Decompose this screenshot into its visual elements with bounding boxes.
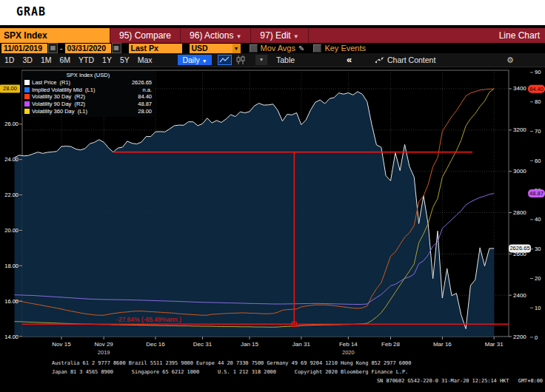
mov-avgs-label: Mov Avgs xyxy=(261,44,296,53)
period-button-1d[interactable]: 1D xyxy=(4,55,14,64)
legend-row[interactable]: Implied Volatility Mid (L1) n.a. xyxy=(24,87,152,94)
svg-text:10: 10 xyxy=(535,305,541,311)
footer-contact-line: Australia 61 2 9777 8600 Brazil 5511 239… xyxy=(52,360,411,366)
frequency-dropdown[interactable]: Daily ▼ xyxy=(178,55,212,65)
candle-chart-icon[interactable] xyxy=(235,55,247,65)
security-input[interactable]: SPX Index xyxy=(0,28,110,43)
collapse-panel-button[interactable]: « xyxy=(347,53,352,66)
svg-text:60: 60 xyxy=(535,158,541,164)
line-chart-icon[interactable] xyxy=(218,55,232,65)
period-button-ytd[interactable]: YTD xyxy=(78,55,94,64)
main-toolbar: SPX Index 95) Compare 96) Actions▼ 97) E… xyxy=(0,28,545,43)
svg-text:28.00: 28.00 xyxy=(3,85,17,92)
legend-row[interactable]: Volatility 90 Day (R2) 48.87 xyxy=(24,101,152,108)
date-from-input[interactable]: 11/01/2019 xyxy=(1,44,47,53)
svg-text:16.00: 16.00 xyxy=(4,298,19,305)
key-events-label: Key Events xyxy=(324,44,366,53)
chevron-down-icon: ▼ xyxy=(235,33,241,40)
gear-icon[interactable]: ⚙ xyxy=(506,53,514,67)
date-to-input[interactable]: 03/31/2020 xyxy=(65,44,111,53)
legend-title: SPX Index (USD) xyxy=(24,72,152,79)
svg-text:Mar 16: Mar 16 xyxy=(433,341,452,348)
svg-text:Mar 31: Mar 31 xyxy=(485,341,504,348)
pencil-icon[interactable]: ✎ xyxy=(298,44,304,53)
currency-input[interactable]: USD xyxy=(190,44,233,53)
series-swatch xyxy=(24,109,30,114)
chart-region: -27.64% (-65.49%ann.)14.0016.0018.0020.0… xyxy=(0,67,545,362)
svg-text:2800: 2800 xyxy=(513,209,526,216)
svg-text:Jan 15: Jan 15 xyxy=(241,341,259,348)
svg-text:3000: 3000 xyxy=(513,168,526,175)
calendar-icon[interactable]: ▦ xyxy=(112,43,121,53)
svg-text:3200: 3200 xyxy=(513,126,526,133)
capture-header: GRAB xyxy=(0,0,545,25)
chart-content-button[interactable]: Chart Content xyxy=(375,53,435,67)
period-button-5y[interactable]: 5Y xyxy=(120,55,130,64)
series-swatch xyxy=(24,94,30,99)
svg-text:90: 90 xyxy=(535,69,541,75)
svg-text:2200: 2200 xyxy=(513,334,526,340)
chevron-down-icon: ▼ xyxy=(293,33,299,40)
svg-text:Nov 15: Nov 15 xyxy=(52,341,71,348)
period-button-1y[interactable]: 1Y xyxy=(102,55,112,64)
svg-text:Nov 29: Nov 29 xyxy=(94,341,113,348)
svg-text:26.00: 26.00 xyxy=(4,121,19,127)
svg-text:-27.64% (-65.49%ann.): -27.64% (-65.49%ann.) xyxy=(116,316,181,323)
svg-text:Dec 16: Dec 16 xyxy=(146,341,165,348)
svg-text:0: 0 xyxy=(535,334,538,341)
svg-text:40: 40 xyxy=(535,216,541,223)
svg-text:22.00: 22.00 xyxy=(4,192,19,198)
period-button-6m[interactable]: 6M xyxy=(59,55,70,64)
period-button-max[interactable]: Max xyxy=(138,55,153,64)
period-button-1m[interactable]: 1M xyxy=(41,55,52,64)
actions-button[interactable]: 96) Actions▼ xyxy=(181,28,251,43)
chevron-down-icon: ▼ xyxy=(202,58,207,64)
svg-text:2626.65: 2626.65 xyxy=(509,245,529,251)
chart-legend: SPX Index (USD) Last Price (R1) 2626.65 … xyxy=(22,71,154,117)
svg-text:Feb 14: Feb 14 xyxy=(339,341,358,348)
compare-button[interactable]: 95) Compare xyxy=(110,28,181,43)
svg-text:2020: 2020 xyxy=(342,349,355,356)
svg-text:14.00: 14.00 xyxy=(4,334,19,340)
svg-text:70: 70 xyxy=(535,128,541,135)
svg-text:2019: 2019 xyxy=(98,349,110,356)
currency-dropdown-caret-icon[interactable]: ▼ xyxy=(233,44,241,53)
period-buttons: 1D3D1M6MYTD1Y5YMax xyxy=(4,53,153,67)
price-type-input[interactable]: Last Px xyxy=(129,44,182,53)
date-range-separator: - xyxy=(60,44,63,53)
window-title: GRAB xyxy=(16,5,46,18)
footer-copyright-line: Japan 81 3 4565 8900 Singapore 65 6212 1… xyxy=(52,369,408,375)
key-events-checkbox[interactable] xyxy=(313,44,321,53)
legend-row[interactable]: Volatility 30 Day (R2) 84.40 xyxy=(24,93,152,101)
period-toolbar: 1D3D1M6MYTD1Y5YMax Daily ▼ ▼ Table « Cha… xyxy=(0,53,545,67)
svg-text:24.00: 24.00 xyxy=(4,156,19,163)
legend-row[interactable]: Last Price (R1) 2626.65 xyxy=(24,79,152,87)
range-toolbar: 11/01/2019 ▦ - 03/31/2020 ▦ Last Px USD … xyxy=(0,43,545,53)
svg-text:Feb 28: Feb 28 xyxy=(381,341,400,348)
svg-text:84.40: 84.40 xyxy=(529,86,544,92)
legend-row[interactable]: Volatility 360 Day (L1) 28.00 xyxy=(24,107,152,115)
footer-session-line: SN 870602 G542-220-0 31-Mar-20 12:25:14 … xyxy=(377,378,543,384)
chart-type-dropdown-icon[interactable]: ▼ xyxy=(255,55,267,65)
svg-text:48.87: 48.87 xyxy=(529,190,544,197)
svg-text:Jan 31: Jan 31 xyxy=(292,341,311,348)
scatter-icon xyxy=(375,56,384,64)
svg-text:3400: 3400 xyxy=(513,85,526,92)
edit-button[interactable]: 97) Edit▼ xyxy=(251,28,308,43)
period-button-3d[interactable]: 3D xyxy=(22,55,32,64)
series-swatch xyxy=(24,80,30,85)
svg-text:2400: 2400 xyxy=(513,292,526,299)
series-swatch xyxy=(24,101,30,107)
svg-text:Dec 31: Dec 31 xyxy=(193,341,213,348)
chart-type-label: Line Chart xyxy=(499,30,545,41)
calendar-icon[interactable]: ▦ xyxy=(48,43,58,53)
bloomberg-terminal-screen: GRAB SPX Index 95) Compare 96) Actions▼ … xyxy=(0,0,545,392)
svg-text:18.00: 18.00 xyxy=(4,263,19,269)
series-swatch xyxy=(24,87,30,92)
svg-text:80: 80 xyxy=(535,98,541,105)
table-button[interactable]: Table xyxy=(276,53,295,67)
mov-avgs-checkbox[interactable] xyxy=(250,44,258,53)
svg-text:20: 20 xyxy=(535,275,541,282)
svg-text:20.00: 20.00 xyxy=(4,227,19,234)
svg-text:30: 30 xyxy=(535,246,541,252)
